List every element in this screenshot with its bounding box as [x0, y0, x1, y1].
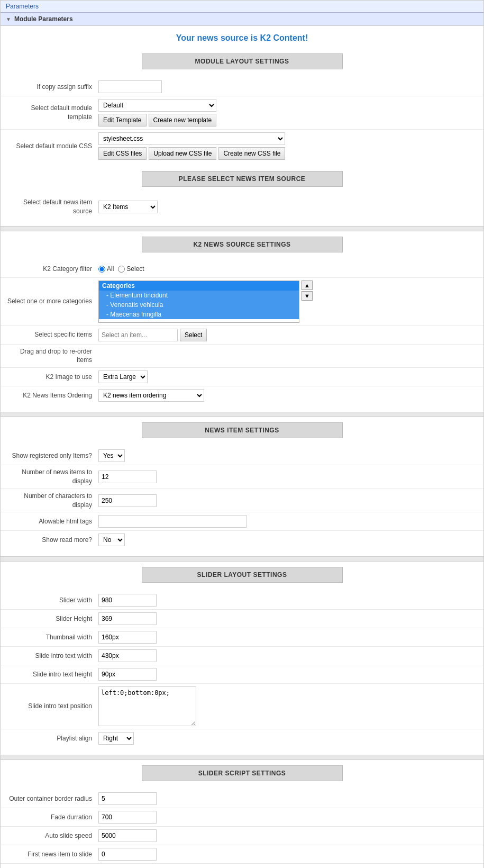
outer-border-radius-label: Outer container border radius [6, 794, 98, 803]
module-template-select[interactable]: Default [98, 99, 216, 112]
copy-assign-suffix-label: If copy assign suffix [6, 83, 98, 92]
slide-intro-text-position-control: left:0;bottom:0px; [98, 686, 478, 726]
allowable-html-label: Alowable html tags [6, 517, 98, 526]
module-template-control: Default Edit Template Create new templat… [98, 99, 478, 126]
select-categories-row: Select one or more categories Categories… [1, 278, 483, 326]
radio-select-label[interactable]: Select [118, 265, 144, 273]
allowable-html-control [98, 515, 478, 528]
radio-all-input[interactable] [98, 266, 105, 273]
radio-all-text: All [107, 265, 114, 273]
radio-all-label[interactable]: All [98, 265, 114, 273]
slide-intro-text-height-control [98, 668, 478, 681]
slider-width-row: Slider width [1, 591, 483, 610]
outer-border-radius-row: Outer container border radius [1, 790, 483, 808]
k2-category-filter-row: K2 Category filter All Select [1, 261, 483, 278]
auto-slide-speed-input[interactable] [98, 829, 157, 842]
fade-duration-label: Fade durration [6, 813, 98, 822]
outer-border-radius-input[interactable] [98, 792, 157, 805]
slider-width-label: Slider width [6, 596, 98, 605]
thumbnail-width-input[interactable] [98, 631, 157, 644]
news-item-source-select[interactable]: K2 Items Joomla Articles EasyBlog [98, 201, 158, 213]
module-template-row: Select default module template Default E… [1, 96, 483, 130]
allowable-html-row: Alowable html tags [1, 512, 483, 531]
select-specific-items-label: Select specific items [6, 330, 98, 339]
show-read-more-control: No Yes [98, 534, 478, 546]
create-new-template-button[interactable]: Create new template [149, 114, 217, 126]
edit-template-button[interactable]: Edit Template [98, 114, 147, 126]
module-params-header: ▼ Module Parameters [1, 13, 483, 26]
category-item-3[interactable]: - Maecenas fringilla [99, 310, 299, 319]
categories-listbox[interactable]: Categories - Elementum tincidunt - Venen… [98, 281, 299, 323]
section-divider-3 [1, 556, 483, 562]
news-item-settings-header: NEWS ITEM SETTINGS [142, 422, 343, 438]
first-news-item-control [98, 848, 478, 861]
num-news-items-row: Number of news items to display [1, 465, 483, 489]
category-item-2[interactable]: - Venenatis vehicula [99, 300, 299, 310]
fade-duration-input[interactable] [98, 811, 157, 824]
section-divider-1 [1, 226, 483, 231]
radio-select-input[interactable] [118, 266, 125, 273]
radio-select-text: Select [126, 265, 144, 273]
allowable-html-input[interactable] [98, 515, 246, 528]
playlist-align-select[interactable]: Right Left Center [98, 732, 134, 745]
select-categories-control: Categories - Elementum tincidunt - Venen… [98, 281, 478, 323]
params-link[interactable]: Parameters [6, 3, 39, 10]
k2-news-source-header: K2 NEWS SOURCE SETTINGS [142, 237, 343, 252]
slider-layout-form: Slider width Slider Height Thumbnail wid… [1, 588, 483, 751]
k2-image-label: K2 Image to use [6, 373, 98, 382]
slider-layout-header-section: SLIDER LAYOUT SETTINGS [1, 567, 483, 583]
auto-slide-speed-label: Auto slide speed [6, 831, 98, 840]
num-chars-control [98, 494, 478, 507]
show-read-more-label: Show read more? [6, 536, 98, 545]
thumbnail-width-control [98, 631, 478, 644]
create-new-css-button[interactable]: Create new CSS file [218, 147, 285, 160]
scroll-up-button[interactable]: ▲ [302, 281, 313, 290]
module-css-select[interactable]: stylesheet.css [98, 132, 285, 145]
fade-duration-control [98, 811, 478, 824]
news-item-settings-form: Show registered only Items? Yes No Numbe… [1, 444, 483, 552]
thumbnail-width-label: Thumbnail width [6, 633, 98, 642]
first-news-item-label: First news item to slide [6, 850, 98, 859]
slide-intro-text-position-label: Slide intro text position [6, 702, 98, 711]
slide-intro-text-height-label: Slide intro text height [6, 670, 98, 679]
module-css-control: stylesheet.css Edit CSS files Upload new… [98, 132, 478, 160]
upload-new-css-button[interactable]: Upload new CSS file [149, 147, 216, 160]
triangle-icon: ▼ [6, 16, 11, 22]
thumbnail-width-row: Thumbnail width [1, 628, 483, 647]
num-chars-input[interactable] [98, 494, 157, 507]
slide-intro-text-position-textarea[interactable]: left:0;bottom:0px; [98, 686, 196, 726]
section-divider-4 [1, 755, 483, 760]
k2-news-source-form: K2 Category filter All Select [1, 258, 483, 408]
module-css-row: Select default module CSS stylesheet.css… [1, 130, 483, 162]
slide-intro-text-width-input[interactable] [98, 649, 157, 662]
slide-intro-text-height-row: Slide intro text height [1, 665, 483, 684]
select-item-input[interactable] [98, 329, 178, 341]
slide-intro-text-height-input[interactable] [98, 668, 157, 681]
drag-drop-label: Drag and drop to re-order items [6, 347, 98, 365]
slider-height-input[interactable] [98, 612, 157, 625]
show-read-more-select[interactable]: No Yes [98, 534, 125, 546]
show-registered-row: Show registered only Items? Yes No [1, 447, 483, 465]
num-visible-playlist-row: Number of visible playlist items in 1 co… [1, 864, 483, 868]
num-news-items-input[interactable] [98, 471, 157, 483]
scroll-down-button[interactable]: ▼ [302, 291, 313, 301]
news-item-source-header-section: PLEASE SELECT NEWS ITEM SOURCE [1, 171, 483, 187]
k2-image-control: Extra Large Large Medium Small [98, 370, 478, 383]
edit-css-files-button[interactable]: Edit CSS files [98, 147, 147, 160]
k2-news-ordering-select[interactable]: K2 news item ordering Date Title [98, 389, 204, 402]
category-item-1[interactable]: - Elementum tincidunt [99, 291, 299, 300]
select-item-button[interactable]: Select [180, 329, 207, 341]
module-layout-form: If copy assign suffix Select default mod… [1, 75, 483, 166]
copy-assign-suffix-input[interactable] [98, 80, 162, 93]
slider-width-input[interactable] [98, 594, 157, 607]
slider-height-row: Slider Height [1, 610, 483, 628]
first-news-item-input[interactable] [98, 848, 157, 861]
module-template-label: Select default module template [6, 104, 98, 122]
show-registered-select[interactable]: Yes No [98, 449, 125, 462]
slider-height-label: Slider Height [6, 614, 98, 623]
playlist-align-row: Playlist align Right Left Center [1, 729, 483, 747]
news-item-source-header: PLEASE SELECT NEWS ITEM SOURCE [142, 171, 343, 187]
copy-assign-suffix-control [98, 80, 478, 93]
module-layout-settings-header-section: MODULE LAYOUT SETTINGS [1, 53, 483, 69]
k2-image-select[interactable]: Extra Large Large Medium Small [98, 370, 148, 383]
